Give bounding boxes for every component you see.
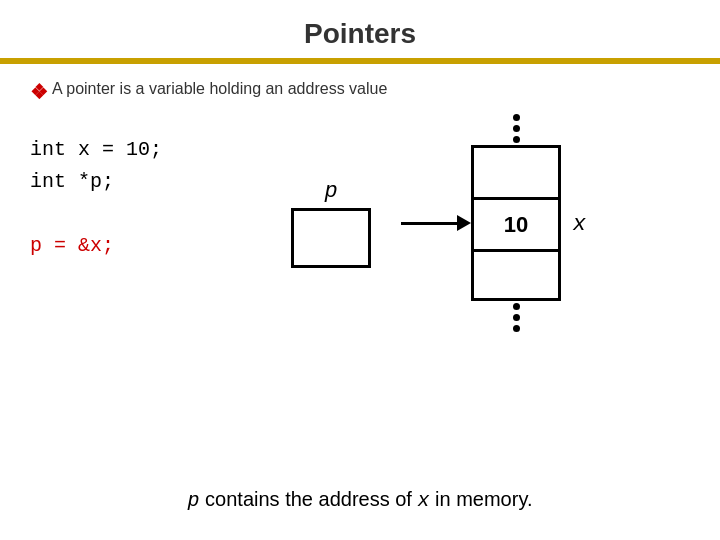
pointer-arrow [401, 222, 461, 225]
bottom-p: p [188, 489, 200, 512]
bullet-v: ❖ [30, 80, 48, 104]
p-box [291, 208, 371, 268]
arrow-line [401, 222, 461, 225]
bottom-end: in memory. [429, 488, 532, 510]
bottom-middle: contains the address of [200, 488, 418, 510]
dot-2 [513, 125, 520, 132]
dot-1 [513, 114, 520, 121]
dots-top [513, 114, 520, 143]
x-label: x [573, 212, 586, 237]
code-block: int x = 10; int *p; p = &x; [30, 124, 162, 262]
code-line1-text: int x = 10; [30, 138, 162, 161]
code-line-3: p = &x; [30, 230, 162, 262]
dot-3 [513, 136, 520, 143]
mem-cell-bottom [471, 249, 561, 301]
divider-bar [0, 58, 720, 64]
memory-cells: 10 x [471, 145, 561, 301]
p-box-container: p [291, 179, 371, 268]
bottom-x: x [417, 489, 429, 512]
mem-cell-x: 10 x [471, 197, 561, 249]
dots-bottom [513, 303, 520, 332]
bottom-text: p contains the address of x in memory. [0, 488, 720, 512]
page-title: Pointers [304, 18, 416, 49]
main-content: int x = 10; int *p; p = &x; p [0, 124, 720, 332]
code-line-1: int x = 10; [30, 134, 162, 166]
mem-cell-value: 10 [504, 212, 528, 238]
mem-cell-top [471, 145, 561, 197]
diagram-wrapper: p 10 [291, 114, 561, 332]
code-line-2: int *p; [30, 166, 162, 198]
title-section: Pointers [0, 0, 720, 58]
code-line2-text: int *p; [30, 170, 114, 193]
memory-column: 10 x [471, 114, 561, 332]
dot-5 [513, 314, 520, 321]
bullet-text: A pointer is a variable holding an addre… [52, 80, 387, 98]
dot-4 [513, 303, 520, 310]
dot-6 [513, 325, 520, 332]
diagram-section: p 10 [162, 114, 690, 332]
code-line3-text: p = &x; [30, 234, 114, 257]
p-label: p [324, 179, 337, 204]
